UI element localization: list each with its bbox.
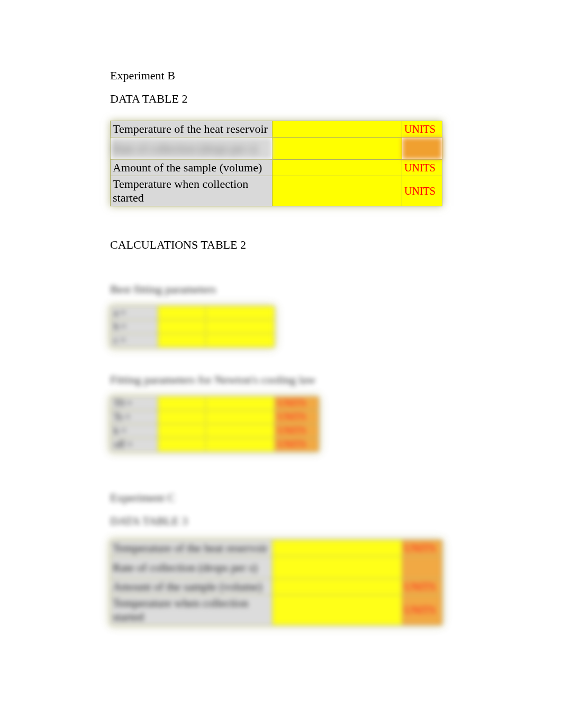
experiment-b-title: Experiment B [110, 69, 452, 83]
fit-label: k = [111, 424, 158, 438]
table-row: Amount of the sample (volume) UNITS [111, 579, 442, 595]
row-label: Temperature of the heat reservoir [111, 121, 273, 138]
data-table-3-title: DATA TABLE 3 [110, 514, 452, 528]
fit-units: UNITS [275, 397, 319, 411]
table-row: Temperature of the heat reservoir UNITS [111, 540, 442, 557]
table-row: T0 = UNITS [111, 397, 319, 411]
row-label: Temperature when collection started [111, 176, 273, 206]
row-units: UNITS [402, 176, 442, 206]
row-label: Temperature of the heat reservoir [111, 540, 273, 557]
data-table-2-title: DATA TABLE 2 [110, 92, 452, 106]
fit-label: Ts = [111, 411, 158, 424]
table-row: Ts = UNITS [111, 411, 319, 424]
table-row: k = UNITS [111, 424, 319, 438]
row-units: UNITS [402, 595, 442, 625]
experiment-c-title: Experiment C [110, 491, 452, 505]
fit-value [158, 438, 206, 452]
fit-label: a = [111, 306, 158, 320]
row-label: Rate of collection (drops per s) [111, 138, 273, 160]
fitting-table-1: a = b = c = [110, 306, 275, 348]
row-units [402, 557, 442, 579]
row-value [272, 160, 402, 176]
fit-value [158, 320, 206, 334]
row-value [272, 540, 402, 557]
row-value [272, 138, 402, 160]
table-row: Temperature when collection started UNIT… [111, 176, 442, 206]
row-label: Amount of the sample (volume) [111, 160, 273, 176]
fit-units: UNITS [275, 411, 319, 424]
fit-value [206, 320, 275, 334]
fitting-subheading-1: Best fitting parameters [110, 283, 452, 296]
row-units: UNITS [402, 579, 442, 595]
row-units: UNITS [402, 121, 442, 138]
table-row: Temperature when collection started UNIT… [111, 595, 442, 625]
table-row: Temperature of the heat reservoir UNITS [111, 121, 442, 138]
row-value [272, 557, 402, 579]
fitting-table-2: T0 = UNITS Ts = UNITS k = UNITS off = UN… [110, 396, 319, 452]
table-row: c = [111, 334, 275, 348]
table-row: Amount of the sample (volume) UNITS [111, 160, 442, 176]
row-value [272, 595, 402, 625]
fit-value [158, 334, 206, 348]
fit-value [206, 438, 275, 452]
fit-value [206, 334, 275, 348]
fit-units: UNITS [275, 438, 319, 452]
document-page: Experiment B DATA TABLE 2 Temperature of… [0, 0, 562, 657]
table-row: Rate of collection (drops per s) [111, 138, 442, 160]
fit-units: UNITS [275, 424, 319, 438]
row-value [272, 121, 402, 138]
table-row: Rate of collection (drops per s) [111, 557, 442, 579]
table-row: off = UNITS [111, 438, 319, 452]
fit-value [158, 424, 206, 438]
fit-value [158, 397, 206, 411]
fit-label: off = [111, 438, 158, 452]
calculations-table-2-title: CALCULATIONS TABLE 2 [110, 238, 452, 252]
row-units: UNITS [402, 160, 442, 176]
data-table-3: Temperature of the heat reservoir UNITS … [110, 540, 442, 625]
table-row: b = [111, 320, 275, 334]
row-label: Amount of the sample (volume) [111, 579, 273, 595]
fit-label: T0 = [111, 397, 158, 411]
fit-label: b = [111, 320, 158, 334]
fitting-subheading-2: Fitting parameters for Newton's cooling … [110, 373, 452, 387]
row-value [272, 176, 402, 206]
row-units [402, 138, 442, 160]
fit-value [206, 424, 275, 438]
table-row: a = [111, 306, 275, 320]
row-label: Temperature when collection started [111, 595, 273, 625]
row-label: Rate of collection (drops per s) [111, 557, 273, 579]
fit-value [206, 397, 275, 411]
fit-value [206, 306, 275, 320]
row-value [272, 579, 402, 595]
fit-label: c = [111, 334, 158, 348]
fit-value [158, 411, 206, 424]
fit-value [206, 411, 275, 424]
row-units: UNITS [402, 540, 442, 557]
fit-value [158, 306, 206, 320]
data-table-2: Temperature of the heat reservoir UNITS … [110, 121, 442, 206]
